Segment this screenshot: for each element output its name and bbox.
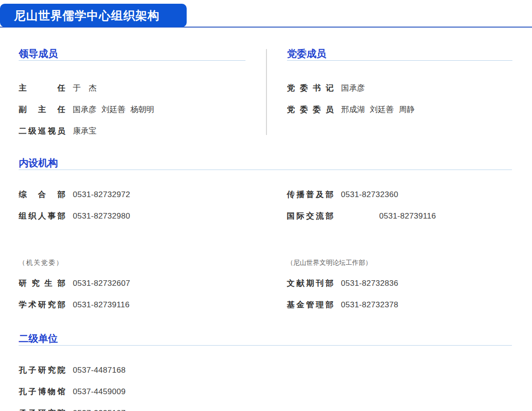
department-name-label: 组织人事部 — [19, 211, 65, 258]
page-title-banner: 尼山世界儒学中心组织架构 — [0, 4, 187, 27]
vertical-divider — [266, 49, 267, 135]
member-row: 党委委员 邢成湖 刘廷善 周静 — [287, 105, 512, 115]
subunit-row: 孔子博物馆 0537-4459009 — [19, 387, 512, 397]
member-role-label: 党委书记 — [287, 83, 334, 93]
member-row: 党委书记 国承彦 — [287, 83, 512, 93]
page-header: 尼山世界儒学中心组织架构 — [0, 0, 532, 28]
subunit-row: 孟子研究院 0537-3235107 — [19, 408, 512, 411]
department-name-label: 学术研究部 — [19, 300, 65, 310]
department-row: 文献期刊部 0531-82732836 — [287, 278, 512, 289]
subunit-phone: 0537-4487168 — [73, 365, 126, 376]
subunits-section: 二级单位 孔子研究院 0537-4487168 孔子博物馆 0537-44590… — [19, 333, 512, 411]
department-name-label: 文献期刊部 — [287, 278, 334, 289]
subunits-heading: 二级单位 — [19, 333, 512, 346]
leadership-section: 领导成员 主任 于 杰 副主任 国承彦 刘廷善 杨朝明 二级巡视员 康承宝 — [19, 49, 245, 136]
department-name-label: 传播普及部 — [287, 190, 334, 200]
leadership-rows: 主任 于 杰 副主任 国承彦 刘廷善 杨朝明 二级巡视员 康承宝 — [19, 83, 245, 136]
member-row: 副主任 国承彦 刘廷善 杨朝明 — [19, 105, 245, 115]
page-title: 尼山世界儒学中心组织架构 — [14, 8, 160, 23]
department-row: 研究生部 0531-82732607 — [19, 278, 244, 289]
department-row: 学术研究部 0531-82739116 — [19, 300, 244, 310]
department-row: 传播普及部 0531-82732360 — [287, 190, 512, 200]
departments-heading: 内设机构 — [19, 158, 512, 170]
department-note: （尼山世界文明论坛工作部） — [287, 258, 372, 267]
members-area: 领导成员 主任 于 杰 副主任 国承彦 刘廷善 杨朝明 二级巡视员 康承宝 党委… — [0, 49, 532, 136]
leadership-heading: 领导成员 — [19, 49, 245, 61]
department-row: 基金管理部 0531-82732378 — [287, 300, 512, 310]
departments-columns: 综合部 0531-82732972 组织人事部 （机关党委） 0531-8273… — [19, 190, 512, 310]
department-row: 综合部 0531-82732972 — [19, 190, 244, 200]
department-phone: 0531-82739116 — [379, 211, 436, 221]
department-phone: 0531-82732972 — [73, 190, 130, 200]
department-phone: 0531-82732360 — [341, 190, 399, 200]
member-role-label: 二级巡视员 — [19, 126, 65, 136]
department-note: （机关党委） — [19, 258, 65, 267]
member-role-label: 副主任 — [19, 105, 65, 115]
department-name-label: 基金管理部 — [287, 300, 334, 310]
subunit-name-label: 孔子博物馆 — [19, 387, 65, 397]
party-committee-heading: 党委成员 — [287, 49, 512, 61]
department-phone: 0531-82732378 — [341, 300, 399, 310]
subunits-rows: 孔子研究院 0537-4487168 孔子博物馆 0537-4459009 孟子… — [19, 365, 512, 411]
subunit-row: 孔子研究院 0537-4487168 — [19, 365, 512, 376]
member-names: 国承彦 刘廷善 杨朝明 — [73, 105, 154, 115]
subunit-name-label: 孟子研究院 — [19, 408, 65, 411]
department-name-label: 研究生部 — [19, 278, 65, 289]
department-phone: 0531-82732607 — [73, 278, 130, 289]
department-row: 组织人事部 （机关党委） 0531-82732980 — [19, 211, 244, 267]
department-phone: 0531-82739116 — [73, 300, 130, 310]
member-names: 国承彦 — [341, 83, 365, 93]
department-name-label: 国际交流部 — [287, 211, 334, 258]
department-name-label: 综合部 — [19, 190, 65, 200]
member-row: 二级巡视员 康承宝 — [19, 126, 245, 136]
member-names: 邢成湖 刘廷善 周静 — [341, 105, 414, 115]
subunit-phone: 0537-4459009 — [73, 387, 126, 397]
subunit-phone: 0537-3235107 — [73, 408, 126, 411]
party-committee-section: 党委成员 党委书记 国承彦 党委委员 邢成湖 刘廷善 周静 — [287, 49, 512, 115]
member-names: 于 杰 — [73, 83, 97, 93]
department-row: 国际交流部 （尼山世界文明论坛工作部） 0531-82739116 — [287, 211, 512, 267]
member-role-label: 主任 — [19, 83, 65, 93]
departments-section: 内设机构 综合部 0531-82732972 组织人事部 （机关党委） 0531… — [19, 158, 512, 310]
department-phone: 0531-82732836 — [341, 278, 399, 289]
member-names: 康承宝 — [73, 126, 97, 136]
departments-right-column: 传播普及部 0531-82732360 国际交流部 （尼山世界文明论坛工作部） … — [287, 190, 512, 310]
department-phone: 0531-82732980 — [73, 211, 130, 221]
subunit-name-label: 孔子研究院 — [19, 365, 65, 376]
member-role-label: 党委委员 — [287, 105, 334, 115]
departments-left-column: 综合部 0531-82732972 组织人事部 （机关党委） 0531-8273… — [19, 190, 244, 310]
party-committee-rows: 党委书记 国承彦 党委委员 邢成湖 刘廷善 周静 — [287, 83, 512, 115]
member-row: 主任 于 杰 — [19, 83, 245, 93]
